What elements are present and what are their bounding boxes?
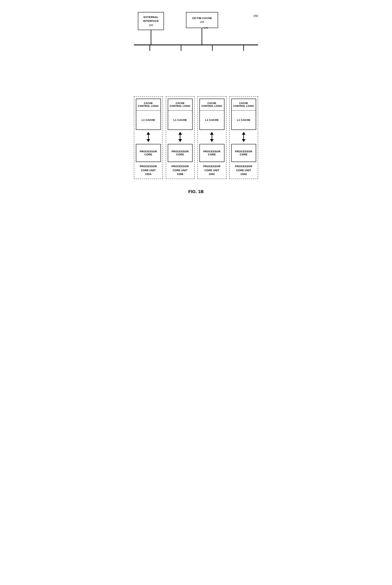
processor-core-box-c: PROCESSOR CORE — [200, 144, 224, 162]
arrow-shaft-a — [148, 135, 149, 139]
unit-label-a: PROCESSOR CORE UNIT 155A — [140, 164, 157, 176]
processor-unit-b: CACHE CONTROL LOGIC L1 CACHE PROCESSOR C… — [166, 96, 195, 179]
horizontal-bus — [134, 45, 258, 45]
arrow-down-b — [178, 139, 182, 142]
arrow-up-c — [210, 132, 214, 135]
arrow-c — [210, 132, 214, 142]
unit-label-d: PROCESSOR CORE UNIT 155D — [235, 164, 252, 176]
label-150: 150 — [253, 14, 258, 18]
l1-cache-label-a: L1 CACHE — [136, 111, 160, 130]
arrow-up-b — [178, 132, 182, 135]
arrow-a — [146, 132, 150, 142]
cache-control-label-a: CACHE CONTROL LOGIC — [136, 99, 160, 111]
bus-drop-3 — [212, 45, 213, 51]
arrow-d — [242, 132, 246, 142]
cache-control-label-c: CACHE CONTROL LOGIC — [200, 99, 224, 111]
victim-cache-box: VICTIM CACHE 185 — [186, 12, 218, 28]
cache-control-label-b: CACHE CONTROL LOGIC — [168, 99, 192, 111]
arrow-up-a — [146, 132, 150, 135]
bus-drop-4 — [243, 45, 244, 51]
processor-core-box-b: PROCESSOR CORE — [168, 144, 193, 162]
units-section: CACHE CONTROL LOGIC L1 CACHE PROCESSOR C… — [134, 96, 258, 179]
arrow-down-d — [242, 139, 246, 142]
bus-drop-2 — [181, 45, 181, 51]
cache-block-c: CACHE CONTROL LOGIC L1 CACHE — [200, 99, 224, 130]
l1-cache-label-d: L1 CACHE — [232, 111, 256, 130]
l1-cache-label-c: L1 CACHE — [200, 111, 224, 130]
cache-block-b: CACHE CONTROL LOGIC L1 CACHE — [168, 99, 193, 130]
external-interface-label: EXTERNAL INTERFACE — [143, 16, 159, 23]
figure-label: FIG. 1B — [134, 189, 258, 194]
arrow-b — [178, 132, 182, 142]
cache-block-d: CACHE CONTROL LOGIC L1 CACHE — [231, 99, 256, 130]
cache-control-label-d: CACHE CONTROL LOGIC — [232, 99, 256, 111]
label-175: 175 — [204, 27, 208, 30]
processor-unit-d: CACHE CONTROL LOGIC L1 CACHE PROCESSOR C… — [229, 96, 258, 179]
arrow-shaft-b — [180, 135, 180, 139]
diagram-page: EXTERNAL INTERFACE 180 VICTIM CACHE 185 … — [126, 4, 266, 206]
processor-core-box-d: PROCESSOR CORE — [231, 144, 256, 162]
external-interface-number: 180 — [148, 24, 153, 27]
unit-label-c: PROCESSOR CORE UNIT 155C — [203, 164, 220, 176]
victim-cache-label: VICTIM CACHE — [192, 17, 212, 20]
ext-vert-line — [151, 30, 151, 45]
bus-drop-1 — [150, 45, 150, 51]
arrow-down-c — [210, 139, 214, 142]
top-section: EXTERNAL INTERFACE 180 VICTIM CACHE 185 … — [134, 12, 258, 52]
arrow-shaft-c — [212, 135, 212, 139]
unit-label-b: PROCESSOR CORE UNIT 155B — [172, 164, 189, 176]
arrow-down-a — [146, 139, 150, 142]
victim-vert-line — [202, 28, 202, 45]
processor-core-box-a: PROCESSOR CORE — [136, 144, 161, 162]
processor-unit-c: CACHE CONTROL LOGIC L1 CACHE PROCESSOR C… — [198, 96, 226, 179]
arrow-shaft-d — [243, 135, 244, 139]
external-interface-box: EXTERNAL INTERFACE 180 — [138, 12, 164, 30]
processor-unit-a: CACHE CONTROL LOGIC L1 CACHE PROCESSOR C… — [134, 96, 163, 179]
arrow-up-d — [242, 132, 246, 135]
cache-block-a: CACHE CONTROL LOGIC L1 CACHE — [136, 99, 161, 130]
victim-cache-number: 185 — [200, 21, 204, 24]
l1-cache-label-b: L1 CACHE — [168, 111, 192, 130]
